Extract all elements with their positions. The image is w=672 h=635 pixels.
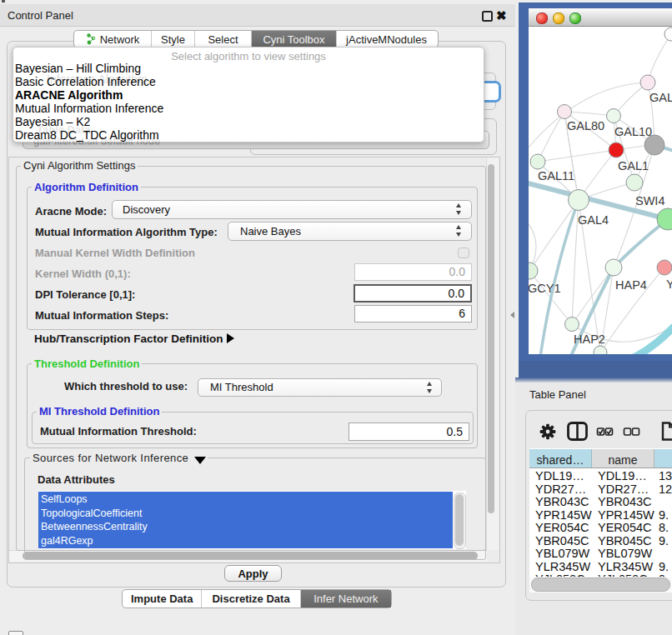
svg-text:GCY1: GCY1 — [529, 282, 561, 295]
svg-text:HAP2: HAP2 — [574, 332, 605, 346]
svg-text:Y: Y — [666, 278, 672, 291]
svg-text:SWI4: SWI4 — [635, 194, 664, 208]
svg-text:GAL11: GAL11 — [538, 169, 574, 182]
svg-text:HAP4: HAP4 — [615, 278, 647, 292]
svg-text:GAL7: GAL7 — [649, 91, 672, 104]
svg-text:GAL1: GAL1 — [618, 159, 649, 172]
svg-text:GAL4: GAL4 — [578, 213, 609, 227]
svg-text:GAL10: GAL10 — [614, 125, 652, 138]
svg-text:GAL80: GAL80 — [567, 119, 604, 132]
